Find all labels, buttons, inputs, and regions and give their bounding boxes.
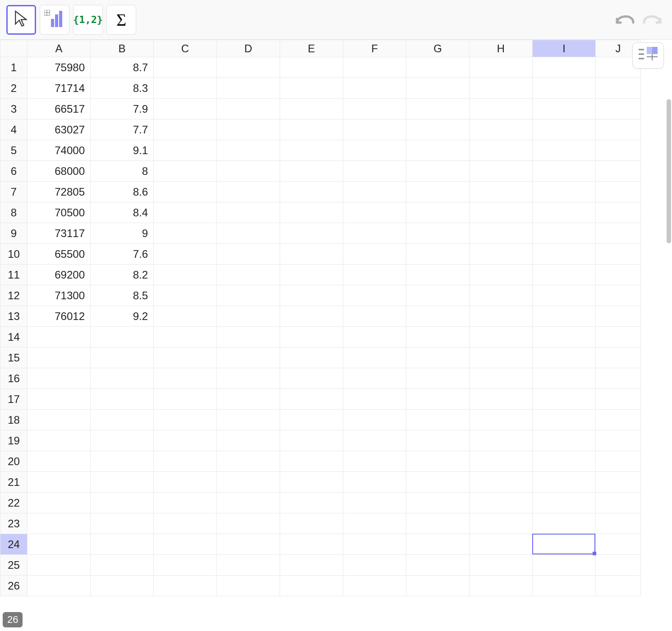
row-header-20[interactable]: 20	[0, 451, 28, 472]
cell-C1[interactable]	[154, 57, 217, 78]
cell-E7[interactable]	[280, 182, 343, 202]
cell-F5[interactable]	[343, 140, 406, 161]
cell-D25[interactable]	[217, 555, 280, 576]
cell-H21[interactable]	[469, 472, 533, 493]
cell-I15[interactable]	[533, 348, 596, 368]
row-header-18[interactable]: 18	[0, 410, 28, 430]
cell-H12[interactable]	[469, 285, 533, 306]
cell-F9[interactable]	[343, 223, 406, 244]
cell-C17[interactable]	[154, 389, 217, 410]
cell-G9[interactable]	[406, 223, 469, 244]
cell-D19[interactable]	[217, 430, 280, 451]
cell-I11[interactable]	[533, 265, 596, 285]
cell-A15[interactable]	[28, 348, 91, 368]
row-header-19[interactable]: 19	[0, 430, 28, 451]
cell-C13[interactable]	[154, 306, 217, 327]
cell-F20[interactable]	[343, 451, 406, 472]
row-header-2[interactable]: 2	[0, 78, 28, 99]
cell-D20[interactable]	[217, 451, 280, 472]
cell-E21[interactable]	[280, 472, 343, 493]
row-header-7[interactable]: 7	[0, 182, 28, 202]
cell-G6[interactable]	[406, 161, 469, 182]
cell-A19[interactable]	[28, 430, 91, 451]
cell-J25[interactable]	[596, 555, 641, 576]
cell-E18[interactable]	[280, 410, 343, 430]
cell-B8[interactable]: 8.4	[91, 202, 154, 223]
cell-I8[interactable]	[533, 202, 596, 223]
sigma-tool-button[interactable]: Σ	[106, 5, 136, 35]
row-header-9[interactable]: 9	[0, 223, 28, 244]
cell-A10[interactable]: 65500	[28, 244, 91, 265]
cell-H5[interactable]	[469, 140, 533, 161]
cell-I10[interactable]	[533, 244, 596, 265]
cell-C25[interactable]	[154, 555, 217, 576]
cell-D22[interactable]	[217, 493, 280, 513]
cell-G16[interactable]	[406, 368, 469, 389]
cell-C26[interactable]	[154, 576, 217, 596]
cell-G19[interactable]	[406, 430, 469, 451]
cell-D13[interactable]	[217, 306, 280, 327]
cell-E22[interactable]	[280, 493, 343, 513]
pointer-tool-button[interactable]	[6, 5, 36, 35]
cell-C20[interactable]	[154, 451, 217, 472]
cell-E10[interactable]	[280, 244, 343, 265]
cell-I7[interactable]	[533, 182, 596, 202]
cell-B3[interactable]: 7.9	[91, 99, 154, 119]
cell-H23[interactable]	[469, 513, 533, 534]
cell-J22[interactable]	[596, 493, 641, 513]
chart-tool-button[interactable]	[40, 5, 69, 35]
cell-E6[interactable]	[280, 161, 343, 182]
cell-I5[interactable]	[533, 140, 596, 161]
cell-I19[interactable]	[533, 430, 596, 451]
cell-E20[interactable]	[280, 451, 343, 472]
cell-G12[interactable]	[406, 285, 469, 306]
cell-B6[interactable]: 8	[91, 161, 154, 182]
cell-B11[interactable]: 8.2	[91, 265, 154, 285]
cell-E5[interactable]	[280, 140, 343, 161]
cell-J4[interactable]	[596, 119, 641, 140]
cell-A9[interactable]: 73117	[28, 223, 91, 244]
cell-A26[interactable]	[28, 576, 91, 596]
vertical-scrollbar[interactable]	[667, 99, 671, 243]
cell-A6[interactable]: 68000	[28, 161, 91, 182]
cell-I3[interactable]	[533, 99, 596, 119]
cell-D15[interactable]	[217, 348, 280, 368]
cell-C22[interactable]	[154, 493, 217, 513]
cell-H25[interactable]	[469, 555, 533, 576]
cell-J26[interactable]	[596, 576, 641, 596]
cell-I24[interactable]	[533, 534, 596, 555]
cell-B2[interactable]: 8.3	[91, 78, 154, 99]
cell-A11[interactable]: 69200	[28, 265, 91, 285]
spreadsheet[interactable]: ABCDEFGHIJ1759808.72717148.33665177.9463…	[0, 40, 672, 596]
cell-G18[interactable]	[406, 410, 469, 430]
cell-J10[interactable]	[596, 244, 641, 265]
cell-A23[interactable]	[28, 513, 91, 534]
cell-C4[interactable]	[154, 119, 217, 140]
cell-H20[interactable]	[469, 451, 533, 472]
corner-cell[interactable]	[0, 40, 28, 57]
cell-J3[interactable]	[596, 99, 641, 119]
cell-I1[interactable]	[533, 57, 596, 78]
cell-A8[interactable]: 70500	[28, 202, 91, 223]
cell-E9[interactable]	[280, 223, 343, 244]
row-header-4[interactable]: 4	[0, 119, 28, 140]
row-header-23[interactable]: 23	[0, 513, 28, 534]
cell-B21[interactable]	[91, 472, 154, 493]
cell-B15[interactable]	[91, 348, 154, 368]
cell-J16[interactable]	[596, 368, 641, 389]
cell-E19[interactable]	[280, 430, 343, 451]
row-header-24[interactable]: 24	[0, 534, 28, 555]
cell-G8[interactable]	[406, 202, 469, 223]
cell-A20[interactable]	[28, 451, 91, 472]
cell-H14[interactable]	[469, 327, 533, 348]
cell-F15[interactable]	[343, 348, 406, 368]
cell-C8[interactable]	[154, 202, 217, 223]
cell-J14[interactable]	[596, 327, 641, 348]
list-tool-button[interactable]: {1,2}	[73, 5, 103, 35]
cell-C23[interactable]	[154, 513, 217, 534]
cell-C10[interactable]	[154, 244, 217, 265]
cell-I22[interactable]	[533, 493, 596, 513]
cell-G11[interactable]	[406, 265, 469, 285]
cell-I9[interactable]	[533, 223, 596, 244]
cell-J11[interactable]	[596, 265, 641, 285]
